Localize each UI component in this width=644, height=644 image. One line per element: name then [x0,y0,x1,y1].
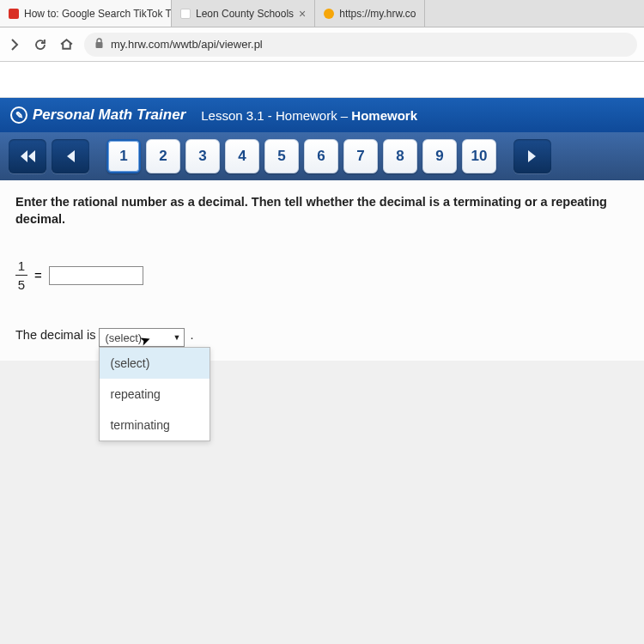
browser-tab-3[interactable]: https://my.hrw.co [315,0,425,27]
publisher-logo-bar [0,62,644,98]
chevron-down-icon: ▼ [173,333,181,342]
browser-tabs: How to: Google Search TikTok T × Leon Co… [0,0,644,27]
brand-text: Personal Math Trainer [33,106,185,124]
tab-title: https://my.hrw.co [339,8,416,20]
fraction: 1 5 [15,258,27,292]
prev-question-button[interactable] [52,139,89,173]
tab-favicon [324,9,334,19]
question-numbers: 12345678910 [106,139,496,173]
equation-row: 1 5 = [15,258,629,292]
select-option[interactable]: repeating [100,379,210,410]
numerator: 1 [18,258,25,273]
question-number-8[interactable]: 8 [383,139,417,173]
lock-icon [94,38,104,51]
reload-icon[interactable] [33,37,48,52]
svg-rect-0 [96,42,103,48]
question-number-3[interactable]: 3 [185,139,220,173]
sentence-prefix: The decimal is [15,328,95,342]
select-option[interactable]: (select) [100,348,210,379]
denominator: 5 [18,277,25,292]
app-header: ✎ Personal Math Trainer Lesson 3.1 - Hom… [0,98,644,132]
problem-area: Enter the rational number as a decimal. … [0,180,644,361]
next-question-button[interactable] [513,139,551,173]
tab-title: How to: Google Search TikTok T [24,8,172,20]
brand-icon: ✎ [10,106,27,124]
select-value: (select) [105,331,142,344]
select-option[interactable]: terminating [100,410,210,440]
app-brand: ✎ Personal Math Trainer [10,106,185,124]
decimal-answer-input[interactable] [49,266,143,285]
instructions-text: Enter the rational number as a decimal. … [15,194,629,228]
question-number-6[interactable]: 6 [304,139,338,173]
browser-tab-1[interactable]: How to: Google Search TikTok T × [0,0,172,27]
question-number-5[interactable]: 5 [264,139,299,173]
lesson-name: Homework [351,108,417,123]
question-nav: 12345678910 [0,132,644,180]
decimal-type-select[interactable]: (select) ▼ [99,328,185,347]
close-icon[interactable]: × [299,7,306,21]
sentence-period: . [190,328,193,342]
first-question-button[interactable] [9,139,46,173]
tab-title: Leon County Schools [196,8,294,20]
home-icon[interactable] [58,37,74,52]
select-wrapper: (select) ▼ ➤ (select) repeating terminat… [99,328,185,347]
select-dropdown: (select) repeating terminating [99,347,210,441]
question-number-9[interactable]: 9 [422,139,457,173]
question-number-10[interactable]: 10 [462,139,496,173]
forward-icon[interactable] [7,37,22,52]
question-number-7[interactable]: 7 [343,139,378,173]
fraction-bar [15,275,27,276]
classification-row: The decimal is (select) ▼ ➤ (select) rep… [15,328,629,347]
question-number-1[interactable]: 1 [106,139,141,173]
tab-favicon [180,9,191,19]
url-text: my.hrw.com/wwtb/api/viewer.pl [111,38,263,51]
question-number-4[interactable]: 4 [225,139,259,173]
equals-sign: = [34,268,42,283]
url-field[interactable]: my.hrw.com/wwtb/api/viewer.pl [84,33,637,57]
tab-favicon [9,9,19,19]
question-number-2[interactable]: 2 [146,139,180,173]
browser-tab-2[interactable]: Leon County Schools × [172,0,315,27]
address-bar: my.hrw.com/wwtb/api/viewer.pl [0,27,644,62]
lesson-prefix: Lesson 3.1 - Homework – [201,108,351,123]
lesson-title: Lesson 3.1 - Homework – Homework [201,108,417,123]
